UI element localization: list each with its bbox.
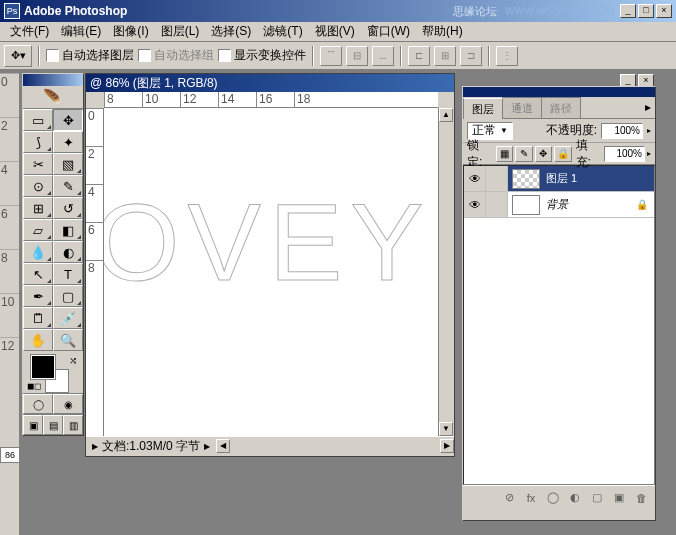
- link-cell[interactable]: [486, 192, 508, 217]
- adjustment-layer-button[interactable]: ◐: [565, 489, 585, 507]
- wand-tool[interactable]: ✦: [53, 131, 83, 153]
- lock-position-button[interactable]: ✥: [535, 146, 553, 162]
- move-tool[interactable]: ✥: [53, 109, 83, 131]
- layer-thumbnail[interactable]: [512, 195, 540, 215]
- layer-name[interactable]: 背景: [544, 197, 636, 212]
- ruler-vertical[interactable]: 024 68: [86, 108, 104, 436]
- visibility-toggle-icon[interactable]: 👁: [464, 166, 486, 191]
- quickmask-mode-button[interactable]: ◉: [53, 394, 83, 414]
- layer-name[interactable]: 图层 1: [544, 171, 654, 186]
- screen-full-menubar-button[interactable]: ▤: [43, 415, 63, 435]
- tab-layers[interactable]: 图层: [463, 98, 503, 119]
- brush-tool[interactable]: ✎: [53, 175, 83, 197]
- info-menu-icon[interactable]: ▶: [92, 442, 98, 451]
- lock-pixels-button[interactable]: ✎: [515, 146, 533, 162]
- align-vcenter-button[interactable]: ⊟: [346, 46, 368, 66]
- auto-select-layer-checkbox[interactable]: 自动选择图层: [46, 47, 134, 64]
- type-tool[interactable]: T: [53, 263, 83, 285]
- visibility-toggle-icon[interactable]: 👁: [464, 192, 486, 217]
- scroll-down-button[interactable]: ▼: [439, 422, 453, 436]
- menu-filter[interactable]: 滤镜(T): [257, 21, 308, 42]
- slice-tool[interactable]: ▧: [53, 153, 83, 175]
- align-left-button[interactable]: ⊏: [408, 46, 430, 66]
- scroll-up-button[interactable]: ▲: [439, 108, 453, 122]
- menu-view[interactable]: 视图(V): [309, 21, 361, 42]
- scroll-left-button[interactable]: ◀: [216, 439, 230, 453]
- scrollbar-horizontal[interactable]: ◀ ▶: [216, 439, 454, 455]
- pen-tool[interactable]: ✒: [23, 285, 53, 307]
- delete-layer-button[interactable]: 🗑: [631, 489, 651, 507]
- menu-layer[interactable]: 图层(L): [155, 21, 206, 42]
- zoom-tool[interactable]: 🔍: [53, 329, 83, 351]
- layer-item[interactable]: 👁 背景 🔒: [464, 192, 654, 218]
- menu-window[interactable]: 窗口(W): [361, 21, 416, 42]
- opacity-slider-icon[interactable]: ▸: [647, 126, 651, 135]
- group-button[interactable]: ▢: [587, 489, 607, 507]
- minimize-button[interactable]: _: [620, 4, 636, 18]
- menu-help[interactable]: 帮助(H): [416, 21, 469, 42]
- align-bottom-button[interactable]: ⎵: [372, 46, 394, 66]
- link-cell[interactable]: [486, 166, 508, 191]
- fill-slider-icon[interactable]: ▸: [647, 149, 651, 158]
- auto-select-group-checkbox[interactable]: 自动选择组: [138, 47, 214, 64]
- scrollbar-vertical[interactable]: ▲ ▼: [438, 108, 454, 436]
- new-layer-button[interactable]: ▣: [609, 489, 629, 507]
- gradient-tool[interactable]: ◧: [53, 219, 83, 241]
- menu-image[interactable]: 图像(I): [107, 21, 154, 42]
- toolbox-header[interactable]: [23, 74, 83, 86]
- fill-input[interactable]: 100%: [604, 146, 645, 162]
- lock-transparency-button[interactable]: ▦: [496, 146, 514, 162]
- menu-select[interactable]: 选择(S): [205, 21, 257, 42]
- opacity-input[interactable]: 100%: [601, 123, 643, 139]
- eraser-tool[interactable]: ▱: [23, 219, 53, 241]
- layer-item[interactable]: 👁 图层 1: [464, 166, 654, 192]
- panel-titlebar[interactable]: [463, 87, 655, 97]
- stamp-tool[interactable]: ⊞: [23, 197, 53, 219]
- scroll-right-button[interactable]: ▶: [440, 439, 454, 453]
- tab-paths[interactable]: 路径: [541, 97, 581, 118]
- history-brush-tool[interactable]: ↺: [53, 197, 83, 219]
- align-right-button[interactable]: ⊐: [460, 46, 482, 66]
- canvas[interactable]: OVEY: [104, 108, 438, 436]
- align-hcenter-button[interactable]: ⊞: [434, 46, 456, 66]
- panel-menu-icon[interactable]: ▸: [641, 97, 655, 118]
- foreground-color-swatch[interactable]: [31, 355, 55, 379]
- ruler-horizontal[interactable]: 81012 141618: [104, 92, 438, 108]
- maximize-button[interactable]: □: [638, 4, 654, 18]
- lock-all-button[interactable]: 🔒: [554, 146, 572, 162]
- layer-thumbnail[interactable]: [512, 169, 540, 189]
- menu-edit[interactable]: 编辑(E): [55, 21, 107, 42]
- path-select-tool[interactable]: ↖: [23, 263, 53, 285]
- screen-full-button[interactable]: ▥: [63, 415, 83, 435]
- shape-tool[interactable]: ▢: [53, 285, 83, 307]
- divider: [400, 46, 402, 66]
- lasso-tool[interactable]: ⟆: [23, 131, 53, 153]
- tab-channels[interactable]: 通道: [502, 97, 542, 118]
- distribute-button[interactable]: ⋮: [496, 46, 518, 66]
- healing-tool[interactable]: ⊙: [23, 175, 53, 197]
- blur-tool[interactable]: 💧: [23, 241, 53, 263]
- layer-style-button[interactable]: fx: [521, 489, 541, 507]
- layers-footer: ⊘ fx ◯ ◐ ▢ ▣ 🗑: [463, 485, 655, 509]
- hand-tool[interactable]: ✋: [23, 329, 53, 351]
- align-top-button[interactable]: ⎴: [320, 46, 342, 66]
- marquee-tool[interactable]: ▭: [23, 109, 53, 131]
- link-layers-button[interactable]: ⊘: [499, 489, 519, 507]
- outer-zoom-field[interactable]: 86: [0, 447, 20, 463]
- notes-tool[interactable]: 🗒: [23, 307, 53, 329]
- current-tool-icon[interactable]: ✥▾: [4, 45, 32, 67]
- close-button[interactable]: ×: [656, 4, 672, 18]
- document-statusbar: ▶ 文档:1.03M/0 字节 ▶ ◀ ▶: [86, 436, 454, 456]
- layer-mask-button[interactable]: ◯: [543, 489, 563, 507]
- eyedropper-tool[interactable]: 💉: [53, 307, 83, 329]
- info-dropdown-icon[interactable]: ▶: [204, 442, 210, 451]
- default-colors-icon[interactable]: ◼◻: [27, 381, 41, 391]
- document-titlebar[interactable]: @ 86% (图层 1, RGB/8): [86, 74, 454, 92]
- standard-mode-button[interactable]: ◯: [23, 394, 53, 414]
- show-transform-checkbox[interactable]: 显示变换控件: [218, 47, 306, 64]
- dodge-tool[interactable]: ◐: [53, 241, 83, 263]
- crop-tool[interactable]: ✂: [23, 153, 53, 175]
- swap-colors-icon[interactable]: ⤭: [69, 355, 77, 366]
- screen-standard-button[interactable]: ▣: [23, 415, 43, 435]
- menu-file[interactable]: 文件(F): [4, 21, 55, 42]
